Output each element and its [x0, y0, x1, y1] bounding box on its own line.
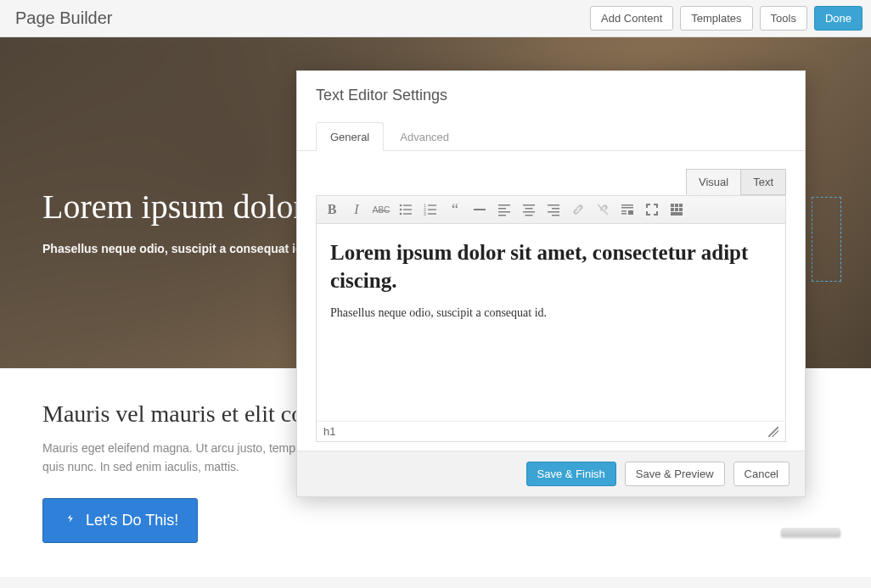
- svg-point-0: [400, 204, 402, 207]
- svg-point-2: [400, 209, 402, 211]
- laptop-decor: [781, 528, 840, 536]
- svg-rect-7: [428, 204, 436, 205]
- toolbar-toggle-icon[interactable]: [668, 201, 685, 218]
- svg-rect-11: [428, 213, 436, 214]
- svg-rect-15: [498, 211, 510, 213]
- modal-tabs: General Advanced: [297, 121, 805, 151]
- resize-handle-icon[interactable]: [768, 427, 778, 437]
- svg-rect-23: [548, 211, 559, 213]
- cta-label: Let's Do This!: [86, 512, 178, 529]
- svg-rect-3: [403, 209, 412, 210]
- modal-body: Visual Text B I ABC 123 “: [297, 151, 805, 451]
- svg-rect-22: [552, 208, 559, 210]
- modal-header: Text Editor Settings: [297, 71, 805, 115]
- mode-text[interactable]: Text: [740, 169, 786, 195]
- align-center-icon[interactable]: [520, 201, 537, 218]
- top-bar: Page Builder Add Content Templates Tools…: [0, 0, 871, 37]
- svg-rect-1: [403, 204, 412, 205]
- svg-rect-30: [671, 204, 674, 207]
- svg-rect-33: [671, 208, 674, 211]
- svg-rect-36: [671, 212, 683, 216]
- strikethrough-icon[interactable]: ABC: [373, 201, 390, 218]
- svg-rect-19: [523, 211, 535, 213]
- svg-rect-35: [679, 208, 683, 211]
- page-title: Page Builder: [8, 8, 113, 28]
- svg-rect-29: [628, 210, 633, 215]
- svg-rect-24: [552, 215, 559, 216]
- svg-rect-16: [498, 215, 506, 216]
- svg-rect-12: [474, 209, 486, 210]
- mode-visual[interactable]: Visual: [686, 169, 741, 195]
- svg-rect-14: [498, 208, 506, 210]
- svg-text:3: 3: [424, 211, 426, 216]
- done-button[interactable]: Done: [814, 6, 863, 31]
- editor-mode-tabs: Visual Text: [687, 169, 786, 195]
- text-editor-modal: Text Editor Settings General Advanced Vi…: [296, 70, 806, 497]
- svg-rect-13: [498, 204, 510, 206]
- save-preview-button[interactable]: Save & Preview: [625, 462, 725, 486]
- blockquote-icon[interactable]: “: [447, 201, 464, 218]
- cancel-button[interactable]: Cancel: [733, 462, 790, 486]
- templates-button[interactable]: Templates: [680, 6, 752, 31]
- bold-icon[interactable]: B: [323, 201, 340, 218]
- tools-button[interactable]: Tools: [760, 6, 807, 31]
- align-right-icon[interactable]: [545, 201, 562, 218]
- cta-button[interactable]: Let's Do This!: [42, 498, 198, 543]
- content-body[interactable]: Phasellus neque odio, suscipit a consequ…: [330, 306, 772, 320]
- editor-statusbar: h1: [317, 421, 785, 441]
- svg-rect-27: [621, 210, 627, 212]
- modal-footer: Save & Finish Save & Preview Cancel: [297, 451, 805, 496]
- editor-toolbar: B I ABC 123 “: [317, 196, 785, 224]
- svg-rect-17: [523, 204, 535, 206]
- svg-rect-9: [428, 209, 436, 210]
- drop-zone[interactable]: [812, 197, 841, 282]
- insert-more-icon[interactable]: [619, 201, 636, 218]
- bulleted-list-icon[interactable]: [397, 201, 414, 218]
- content-heading[interactable]: Lorem ipsum dolor sit amet, consectetur …: [330, 239, 772, 294]
- link-icon[interactable]: [570, 201, 587, 218]
- save-finish-button[interactable]: Save & Finish: [526, 462, 616, 486]
- tab-general[interactable]: General: [316, 122, 384, 151]
- modal-title: Text Editor Settings: [316, 87, 786, 104]
- unlink-icon[interactable]: [594, 201, 611, 218]
- svg-rect-34: [675, 208, 678, 211]
- add-content-button[interactable]: Add Content: [590, 6, 673, 31]
- svg-rect-21: [548, 204, 559, 206]
- hr-icon[interactable]: [471, 201, 488, 218]
- editor: Visual Text B I ABC 123 “: [316, 195, 786, 442]
- svg-rect-31: [675, 204, 678, 207]
- svg-rect-28: [621, 213, 627, 215]
- svg-rect-5: [403, 213, 412, 214]
- share-icon: [62, 511, 77, 530]
- svg-rect-20: [525, 215, 533, 216]
- svg-rect-25: [621, 204, 633, 206]
- element-path[interactable]: h1: [323, 425, 335, 438]
- editor-content[interactable]: Lorem ipsum dolor sit amet, consectetur …: [317, 224, 785, 421]
- svg-rect-18: [525, 208, 533, 210]
- tab-advanced[interactable]: Advanced: [385, 122, 464, 151]
- italic-icon[interactable]: I: [348, 201, 365, 218]
- top-bar-buttons: Add Content Templates Tools Done: [590, 6, 863, 31]
- svg-point-4: [400, 213, 402, 216]
- align-left-icon[interactable]: [496, 201, 513, 218]
- svg-rect-26: [621, 207, 633, 209]
- numbered-list-icon[interactable]: 123: [422, 201, 439, 218]
- fullscreen-icon[interactable]: [643, 201, 660, 218]
- svg-rect-32: [679, 204, 683, 207]
